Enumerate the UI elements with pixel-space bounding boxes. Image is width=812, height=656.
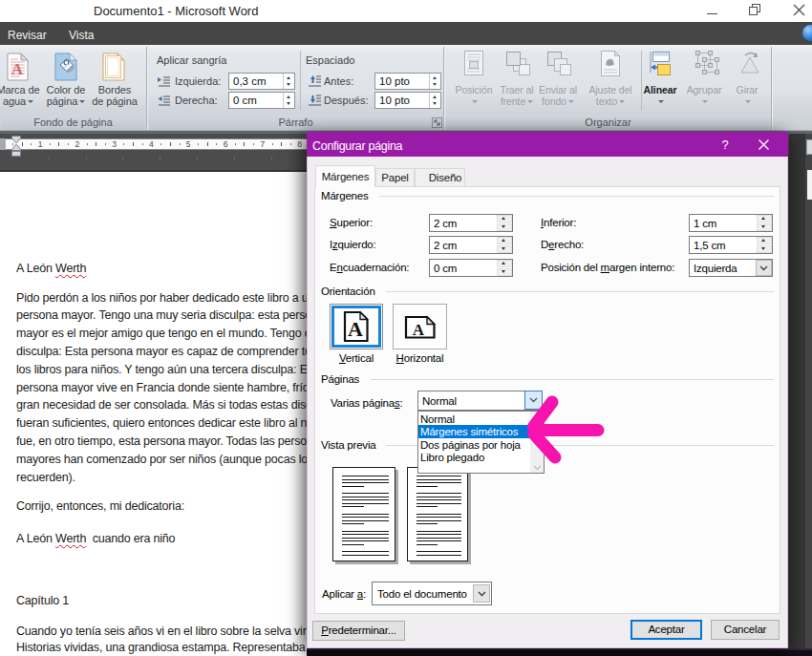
svg-text:A: A — [11, 60, 24, 78]
svg-text:A: A — [348, 317, 363, 341]
svg-text:A: A — [413, 321, 425, 339]
